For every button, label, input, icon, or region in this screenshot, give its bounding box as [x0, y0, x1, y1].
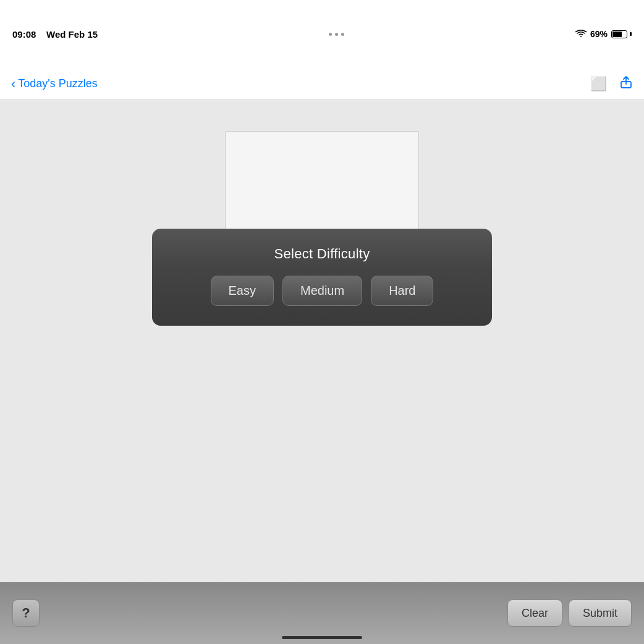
help-button[interactable]: ?	[12, 600, 40, 627]
toolbar-right: Clear Submit	[507, 600, 632, 627]
difficulty-buttons: Easy Medium Hard	[211, 276, 434, 306]
easy-button[interactable]: Easy	[211, 276, 274, 306]
nav-bar: ‹ Today's Puzzles ⬜	[0, 68, 644, 100]
clear-button[interactable]: Clear	[507, 600, 562, 627]
battery-fill	[612, 32, 622, 37]
dot-3	[341, 33, 344, 36]
home-indicator	[282, 636, 362, 639]
battery-percent: 69%	[590, 29, 608, 39]
puzzle-area-top	[225, 131, 419, 233]
battery-body	[611, 30, 627, 38]
back-button[interactable]: ‹ Today's Puzzles	[11, 76, 98, 92]
dot-1	[329, 33, 332, 36]
status-right: 69%	[575, 29, 632, 39]
dot-2	[335, 33, 338, 36]
bottom-toolbar: ? Clear Submit	[0, 582, 644, 644]
submit-button[interactable]: Submit	[569, 600, 632, 627]
status-center-dots	[329, 33, 344, 36]
back-label: Today's Puzzles	[18, 77, 98, 90]
hard-button[interactable]: Hard	[371, 276, 433, 306]
bookmark-icon[interactable]: ⬜	[590, 76, 607, 92]
status-date: Wed Feb 15	[46, 29, 98, 40]
share-icon[interactable]	[619, 75, 633, 92]
nav-right-icons: ⬜	[590, 75, 633, 92]
difficulty-popup: Select Difficulty Easy Medium Hard	[152, 229, 492, 326]
status-bar: 09:08 Wed Feb 15 69%	[0, 0, 644, 68]
battery-tip	[630, 32, 632, 36]
medium-button[interactable]: Medium	[282, 276, 362, 306]
main-content	[0, 100, 644, 644]
back-chevron-icon: ‹	[11, 76, 15, 92]
popup-title: Select Difficulty	[274, 246, 370, 262]
status-time-date: 09:08 Wed Feb 15	[12, 29, 98, 40]
wifi-icon	[575, 30, 587, 38]
status-time: 09:08	[12, 29, 36, 40]
battery-indicator	[611, 30, 632, 38]
